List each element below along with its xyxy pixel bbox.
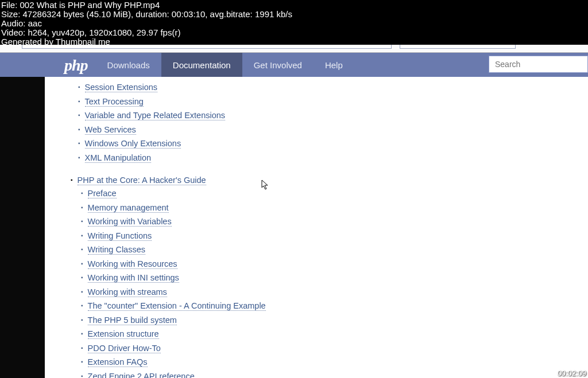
hacker-link-7[interactable]: Working with streams xyxy=(88,287,167,297)
doc-link-2[interactable]: Variable and Type Related Extensions xyxy=(85,111,226,120)
nav-documentation[interactable]: Documentation xyxy=(161,53,242,77)
hacker-link-9[interactable]: The PHP 5 build system xyxy=(88,315,177,325)
hacker-link-12[interactable]: Extension FAQs xyxy=(88,357,148,367)
hacker-link-5[interactable]: Working with Resources xyxy=(88,259,177,269)
hacker-link-10[interactable]: Extension structure xyxy=(88,329,159,339)
nav-downloads[interactable]: Downloads xyxy=(96,53,161,77)
meta-size: Size: 47286324 bytes (45.10 MiB), durati… xyxy=(1,10,587,19)
doc-link-5[interactable]: XML Manipulation xyxy=(85,153,152,163)
hacker-link-3[interactable]: Writing Functions xyxy=(88,231,152,241)
hacker-link-0[interactable]: Preface xyxy=(88,189,117,198)
hacker-link-11[interactable]: PDO Driver How-To xyxy=(88,344,161,353)
section-list: PHP at the Core: A Hacker's Guide Prefac… xyxy=(71,175,588,378)
documentation-content: Session ExtensionsText ProcessingVariabl… xyxy=(45,77,588,378)
hacker-link-6[interactable]: Working with INI settings xyxy=(88,273,179,283)
nav-help[interactable]: Help xyxy=(314,53,354,77)
browser-search-fragment[interactable] xyxy=(400,45,516,49)
hacker-link-8[interactable]: The "counter" Extension - A Continuing E… xyxy=(88,301,266,311)
hacker-link-1[interactable]: Memory management xyxy=(88,203,169,213)
hackers-guide-sublist: PrefaceMemory managementWorking with Var… xyxy=(81,188,588,378)
thumbnail-meta: File: 002 What is PHP and Why PHP.mp4 Si… xyxy=(0,0,588,46)
left-black-margin xyxy=(0,53,45,378)
extension-list-top: Session ExtensionsText ProcessingVariabl… xyxy=(78,81,588,165)
meta-audio: Audio: aac xyxy=(1,19,587,28)
meta-file: File: 002 What is PHP and Why PHP.mp4 xyxy=(1,1,587,10)
doc-link-0[interactable]: Session Extensions xyxy=(85,83,158,92)
nav-get-involved[interactable]: Get Involved xyxy=(242,53,314,77)
site-navbar: php Downloads Documentation Get Involved… xyxy=(0,53,588,77)
doc-link-3[interactable]: Web Services xyxy=(85,125,136,135)
hacker-link-13[interactable]: Zend Engine 2 API reference xyxy=(88,372,195,379)
doc-link-4[interactable]: Windows Only Extensions xyxy=(85,139,181,149)
frame-timestamp: 00:02:09 xyxy=(557,369,586,377)
doc-link-1[interactable]: Text Processing xyxy=(85,97,144,107)
address-bar-fragment[interactable] xyxy=(22,45,392,49)
hacker-link-2[interactable]: Working with Variables xyxy=(88,217,172,227)
page-body: php Downloads Documentation Get Involved… xyxy=(0,53,588,378)
section-hackers-guide[interactable]: PHP at the Core: A Hacker's Guide xyxy=(78,176,206,185)
search-input[interactable] xyxy=(489,56,588,73)
php-logo[interactable]: php xyxy=(56,53,96,77)
meta-video: Video: h264, yuv420p, 1920x1080, 29.97 f… xyxy=(1,28,587,37)
hacker-link-4[interactable]: Writing Classes xyxy=(88,245,145,255)
